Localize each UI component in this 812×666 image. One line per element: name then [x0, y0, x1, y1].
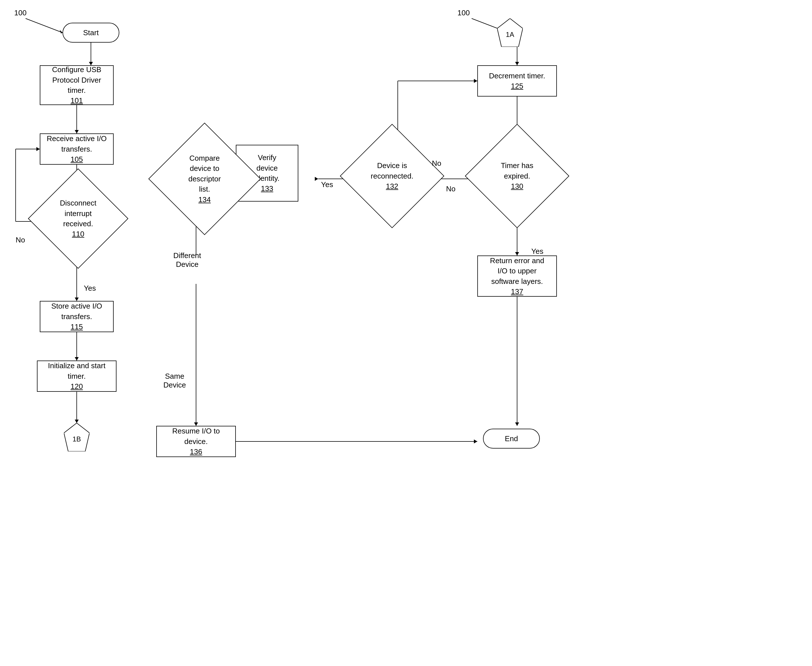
- svg-marker-30: [315, 177, 318, 181]
- n110-label: Disconnectinterruptreceived.110: [60, 198, 97, 239]
- n101-label: Configure USBProtocol Drivertimer.101: [52, 64, 101, 106]
- no-label-n132: No: [432, 159, 441, 168]
- n134-label: Comparedevice todescriptorlist.134: [189, 153, 221, 205]
- n120-node: Initialize and starttimer.120: [37, 361, 116, 392]
- svg-marker-1: [60, 30, 63, 33]
- flowchart: 100 Start Configure USBProtocol Driverti…: [0, 0, 812, 666]
- n110-diamond: Disconnectinterruptreceived.110: [43, 183, 114, 254]
- svg-text:1A: 1A: [506, 31, 514, 38]
- svg-marker-11: [36, 147, 40, 151]
- no-label-n130: No: [446, 185, 455, 193]
- svg-marker-15: [75, 357, 79, 361]
- svg-marker-13: [75, 298, 79, 301]
- svg-marker-42: [474, 439, 477, 443]
- n132-label: Device isreconnected.132: [371, 160, 413, 191]
- n105-node: Receive active I/Otransfers.105: [40, 134, 114, 165]
- diff-device-label: DifferentDevice: [173, 251, 201, 269]
- n115-label: Store active I/Otransfers.115: [51, 301, 102, 332]
- n125-label: Decrement timer.125: [489, 71, 545, 91]
- n132-diamond: Device isreconnected.132: [355, 139, 429, 213]
- svg-marker-21: [515, 62, 519, 65]
- n115-node: Store active I/Otransfers.115: [40, 301, 114, 332]
- no-label-n110: No: [16, 236, 25, 244]
- svg-line-0: [26, 18, 63, 33]
- n105-label: Receive active I/Otransfers.105: [47, 134, 107, 164]
- arrows-svg: [0, 0, 812, 666]
- svg-text:1B: 1B: [73, 435, 81, 443]
- svg-marker-5: [75, 130, 79, 134]
- start-node: Start: [63, 23, 119, 43]
- n1A-pentagon: 1A: [497, 18, 523, 47]
- svg-marker-28: [515, 252, 519, 256]
- n101-node: Configure USBProtocol Drivertimer.101: [40, 65, 114, 105]
- n137-label: Return error andI/O to uppersoftware lay…: [490, 256, 544, 297]
- n1B-pentagon: 1B: [64, 423, 89, 452]
- svg-marker-17: [75, 420, 79, 423]
- end-label: End: [505, 434, 518, 444]
- same-device-label: SameDevice: [164, 372, 186, 389]
- n134-diamond: Comparedevice todescriptorlist.134: [165, 139, 244, 219]
- n130-diamond: Timer hasexpired.130: [480, 139, 554, 213]
- n133-label: Verifydeviceidentity.133: [255, 152, 279, 194]
- yes-label-n132: Yes: [321, 180, 333, 189]
- svg-marker-40: [515, 422, 519, 426]
- ref-100-right: 100: [457, 8, 470, 17]
- svg-marker-38: [194, 422, 198, 426]
- yes-label-n110: Yes: [84, 284, 96, 293]
- n120-label: Initialize and starttimer.120: [48, 361, 106, 391]
- n136-label: Resume I/O todevice.136: [172, 426, 220, 457]
- end-node: End: [483, 429, 540, 448]
- ref-100-left: 100: [14, 8, 26, 17]
- yes-label-n130: Yes: [531, 247, 543, 256]
- svg-marker-33: [474, 79, 477, 83]
- n130-label: Timer hasexpired.130: [501, 160, 534, 191]
- n136-node: Resume I/O todevice.136: [156, 426, 236, 457]
- n137-node: Return error andI/O to uppersoftware lay…: [477, 256, 557, 297]
- start-label: Start: [83, 28, 99, 38]
- n125-node: Decrement timer.125: [477, 65, 557, 97]
